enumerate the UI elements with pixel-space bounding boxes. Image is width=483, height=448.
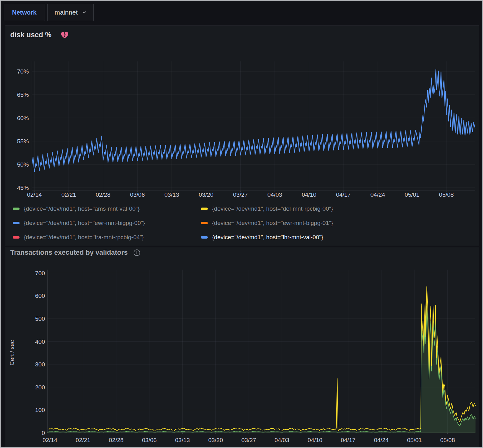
series-label: {device="/dev/md1", host="ams-mnt-val-00… — [24, 206, 140, 212]
svg-text:400: 400 — [35, 338, 45, 345]
panel-title-transactions[interactable]: Transactions executed by validators — [10, 249, 128, 257]
series-color-swatch — [13, 222, 20, 224]
series-color-swatch — [201, 208, 208, 210]
disk-used-chart-canvas[interactable]: 45%50%55%60%65%70%02/1402/2102/2803/0603… — [5, 26, 479, 203]
svg-text:02/28: 02/28 — [109, 437, 124, 443]
svg-text:05/08: 05/08 — [440, 437, 455, 443]
svg-text:04/17: 04/17 — [341, 437, 356, 443]
legend-item[interactable]: {device="/dev/md1", host="ewr-mnt-bigpg-… — [201, 220, 476, 226]
network-label-text: Network — [12, 9, 37, 16]
disk-used-legend: {device="/dev/md1", host="ams-mnt-val-00… — [13, 206, 476, 240]
svg-text:0: 0 — [42, 430, 45, 436]
series-color-swatch — [201, 236, 208, 239]
svg-text:03/27: 03/27 — [233, 191, 248, 198]
info-circle-icon[interactable] — [133, 249, 140, 256]
svg-text:04/03: 04/03 — [274, 437, 289, 443]
dashboard-variables-toolbar: Network mainnet — [4, 4, 94, 21]
svg-text:100: 100 — [35, 407, 45, 413]
svg-text:04/10: 04/10 — [308, 437, 322, 443]
network-dropdown[interactable]: mainnet — [47, 4, 94, 21]
series-color-swatch — [201, 222, 208, 224]
svg-text:03/20: 03/20 — [199, 191, 214, 198]
panel-title-disk-used[interactable]: disk used % — [10, 31, 51, 39]
svg-text:04/03: 04/03 — [267, 191, 282, 198]
series-color-swatch — [13, 208, 20, 210]
legend-item[interactable]: {device="/dev/md1", host="fra-mnt-rpcbig… — [13, 234, 201, 240]
svg-text:700: 700 — [35, 270, 45, 276]
svg-text:02/28: 02/28 — [96, 191, 111, 198]
svg-text:60%: 60% — [17, 115, 29, 121]
svg-text:02/21: 02/21 — [76, 437, 91, 443]
series-label: {device="/dev/md1", host="ewr-mnt-bigpg-… — [24, 220, 145, 226]
svg-text:65%: 65% — [17, 92, 29, 98]
series-color-swatch — [13, 236, 20, 239]
panel-header: disk used % — [10, 31, 69, 39]
svg-text:70%: 70% — [17, 68, 29, 75]
svg-text:03/06: 03/06 — [142, 437, 157, 443]
network-dropdown-value: mainnet — [55, 9, 78, 16]
panel-header: Transactions executed by validators — [10, 249, 140, 257]
svg-text:04/17: 04/17 — [336, 191, 351, 198]
series-label: {device="/dev/md1", host="del-mnt-rpcbig… — [212, 206, 333, 212]
svg-text:04/24: 04/24 — [374, 437, 389, 443]
series-label: {device="/dev/md1", host="ewr-mnt-bigpg-… — [212, 220, 333, 226]
svg-text:45%: 45% — [17, 185, 29, 191]
svg-text:02/14: 02/14 — [27, 191, 42, 198]
grafana-dashboard: { "toolbar": { "network_label": "Network… — [0, 0, 483, 448]
svg-text:50%: 50% — [17, 161, 29, 168]
svg-text:03/20: 03/20 — [208, 437, 223, 443]
svg-text:05/08: 05/08 — [439, 191, 454, 198]
svg-text:300: 300 — [35, 361, 45, 368]
svg-text:Cert / sec: Cert / sec — [9, 340, 15, 365]
svg-text:03/13: 03/13 — [175, 437, 190, 443]
legend-item[interactable]: {device="/dev/md1", host="ewr-mnt-bigpg-… — [13, 220, 201, 226]
legend-item[interactable]: {device="/dev/md1", host="del-mnt-rpcbig… — [201, 206, 476, 212]
svg-text:03/13: 03/13 — [164, 191, 179, 198]
panel-transactions: Transactions executed by validators 0100… — [5, 247, 479, 448]
svg-text:04/10: 04/10 — [302, 191, 317, 198]
panel-disk-used: disk used % 45%50%55%60%65%70%02/1402/21… — [5, 25, 479, 246]
legend-item[interactable]: {device="/dev/md1", host="ams-mnt-val-00… — [13, 206, 201, 212]
series-label: {device="/dev/md1", host="fra-mnt-rpcbig… — [24, 234, 144, 240]
alert-heartbreak-icon — [60, 31, 69, 39]
svg-text:55%: 55% — [17, 138, 29, 145]
chevron-down-icon — [82, 10, 86, 15]
series-label: {device="/dev/md1", host="lhr-mnt-val-00… — [212, 234, 323, 240]
svg-text:200: 200 — [35, 384, 45, 391]
svg-text:02/21: 02/21 — [61, 191, 76, 198]
svg-text:05/01: 05/01 — [405, 191, 419, 198]
svg-text:600: 600 — [35, 293, 45, 299]
transactions-chart-canvas[interactable]: 010020030040050060070002/1402/2102/2803/… — [5, 247, 479, 448]
svg-text:03/27: 03/27 — [242, 437, 256, 443]
network-variable-label: Network — [4, 4, 45, 21]
svg-text:02/14: 02/14 — [42, 437, 57, 443]
svg-text:04/24: 04/24 — [370, 191, 385, 198]
legend-item[interactable]: {device="/dev/md1", host="lhr-mnt-val-00… — [201, 234, 476, 240]
svg-text:500: 500 — [35, 316, 45, 322]
svg-text:03/06: 03/06 — [130, 191, 145, 198]
svg-text:05/01: 05/01 — [407, 437, 422, 443]
